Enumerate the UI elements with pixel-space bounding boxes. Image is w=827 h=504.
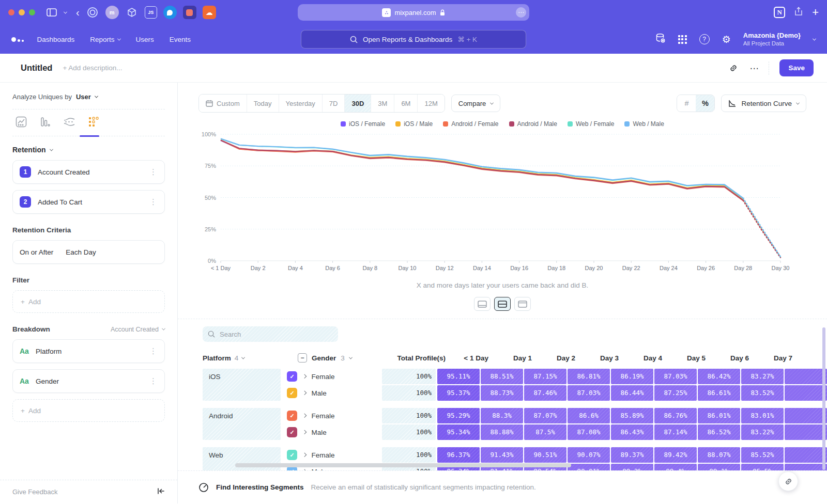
analyze-value-dropdown[interactable]: User <box>76 93 91 101</box>
nav-item-users[interactable]: Users <box>136 36 154 43</box>
retention-section-heading[interactable]: Retention <box>12 146 165 154</box>
settings-gear-icon[interactable]: ⚙ <box>722 35 731 44</box>
share-icon[interactable] <box>794 7 803 18</box>
nav-item-events[interactable]: Events <box>170 36 191 43</box>
share-link-floating-button[interactable] <box>778 471 798 491</box>
row-checkbox[interactable]: ✓ <box>287 388 297 398</box>
date-range-3m[interactable]: 3M <box>371 94 394 112</box>
address-more-icon[interactable]: ⋯ <box>516 7 526 18</box>
close-window-button[interactable] <box>8 9 14 15</box>
global-search-input[interactable]: Open Reports & Dashboards ⌘ + K <box>301 30 526 49</box>
retention-step-2[interactable]: 2 Added To Cart ⋮ <box>12 190 165 214</box>
day-column-header[interactable]: Day 3 <box>581 354 624 362</box>
retention-criteria-card[interactable]: On or After Each Day <box>12 240 165 264</box>
platform-column-header[interactable]: Platform 4 <box>203 354 294 362</box>
breakdown-item-gender[interactable]: Aa Gender ⋮ <box>12 369 165 393</box>
day-column-header[interactable]: Day 5 <box>668 354 711 362</box>
select-all-checkbox[interactable]: − <box>298 353 307 363</box>
chart-caption[interactable]: X and more days later your users came ba… <box>178 281 827 289</box>
sidebar-toggle-icon[interactable] <box>47 8 57 17</box>
browser-extension-icon[interactable] <box>86 6 99 19</box>
gender-column-header[interactable]: − Gender 3 <box>298 353 395 363</box>
mixpanel-logo[interactable] <box>11 37 24 42</box>
chart-type-dropdown[interactable]: Retention Curve <box>721 94 806 112</box>
notion-extension-icon[interactable]: N <box>774 7 785 18</box>
browser-extension-icon[interactable]: m <box>105 6 119 19</box>
date-range-6m[interactable]: 6M <box>394 94 417 112</box>
org-chevron-icon[interactable] <box>813 37 816 40</box>
collapse-sidebar-icon[interactable] <box>157 487 165 496</box>
date-range-7d[interactable]: 7D <box>322 94 345 112</box>
day-column-header[interactable]: Day 4 <box>625 354 667 362</box>
date-range-30d[interactable]: 30D <box>344 94 371 112</box>
vertical-scrollbar[interactable] <box>822 327 825 470</box>
back-icon[interactable]: ‹ <box>76 7 80 19</box>
criteria-mode[interactable]: On or After <box>20 248 53 256</box>
report-title[interactable]: Untitled <box>21 63 52 73</box>
browser-extension-icon[interactable]: ☁ <box>203 6 216 19</box>
tab-insights-icon[interactable] <box>16 116 27 130</box>
row-checkbox[interactable]: ✓ <box>287 427 297 437</box>
day-column-header[interactable]: Day 2 <box>538 354 580 362</box>
new-tab-icon[interactable]: + <box>812 7 819 18</box>
breakdown-item-platform[interactable]: Aa Platform ⋮ <box>12 339 165 363</box>
kebab-menu-icon[interactable]: ⋮ <box>149 197 158 207</box>
expand-chevron-icon[interactable] <box>302 391 307 395</box>
date-range-today[interactable]: Today <box>247 94 279 112</box>
data-management-icon[interactable] <box>655 33 666 45</box>
horizontal-scrollbar[interactable] <box>235 463 571 467</box>
legend-item[interactable]: Android / Female <box>443 120 498 128</box>
row-checkbox[interactable]: ✓ <box>287 411 297 421</box>
save-button[interactable]: Save <box>779 59 814 76</box>
layout-split-button[interactable] <box>494 297 511 311</box>
help-icon[interactable]: ? <box>699 34 710 44</box>
expand-chevron-icon[interactable] <box>302 374 307 379</box>
retention-chart[interactable]: 0%25%50%75%100%< 1 DayDay 2Day 4Day 6Day… <box>198 130 806 276</box>
unit-percent-button[interactable]: % <box>696 95 714 112</box>
kebab-menu-icon[interactable]: ⋮ <box>149 167 158 177</box>
browser-extension-icon[interactable] <box>125 6 139 19</box>
retention-step-1[interactable]: 1 Account Created ⋮ <box>12 160 165 184</box>
chevron-down-icon[interactable] <box>64 11 67 14</box>
breakdown-scope-dropdown[interactable]: Account Created <box>111 326 165 333</box>
date-range-yesterday[interactable]: Yesterday <box>279 94 322 112</box>
legend-item[interactable]: iOS / Male <box>395 120 433 128</box>
day-column-header[interactable]: < 1 Day <box>451 354 494 362</box>
copy-link-icon[interactable] <box>729 64 738 73</box>
add-breakdown-button[interactable]: + Add <box>12 399 165 422</box>
kebab-menu-icon[interactable]: ⋮ <box>149 376 158 386</box>
org-switcher[interactable]: Amazonia {Demo} All Project Data <box>743 32 801 48</box>
find-segments-title[interactable]: Find Interesting Segments <box>216 483 304 491</box>
minimize-window-button[interactable] <box>19 9 25 15</box>
tab-flows-icon[interactable] <box>63 116 75 130</box>
date-range-12m[interactable]: 12M <box>417 94 444 112</box>
row-checkbox[interactable]: ✓ <box>287 371 297 382</box>
date-range-custom[interactable]: Custom <box>199 94 247 112</box>
give-feedback-link[interactable]: Give Feedback <box>12 488 57 496</box>
legend-item[interactable]: Web / Female <box>568 120 614 128</box>
kebab-menu-icon[interactable]: ⋮ <box>149 346 158 356</box>
expand-chevron-icon[interactable] <box>302 430 307 434</box>
legend-item[interactable]: iOS / Female <box>341 120 385 128</box>
address-bar[interactable]: ∴ mixpanel.com ⋯ <box>298 4 529 21</box>
tab-retention-icon[interactable] <box>88 116 99 130</box>
expand-chevron-icon[interactable] <box>302 414 307 418</box>
layout-table-focus-button[interactable] <box>514 297 531 311</box>
tab-funnels-icon[interactable] <box>39 116 51 130</box>
layout-chart-focus-button[interactable] <box>474 297 491 311</box>
day-column-header[interactable]: Day 7 <box>755 354 798 362</box>
browser-extension-icon[interactable] <box>183 6 196 19</box>
nav-item-dashboards[interactable]: Dashboards <box>37 36 75 43</box>
day-column-header[interactable]: Day 6 <box>712 354 754 362</box>
day-column-header[interactable]: Day 1 <box>495 354 537 362</box>
chevron-down-icon[interactable] <box>95 94 98 98</box>
browser-extension-icon[interactable]: JS <box>145 6 157 19</box>
maximize-window-button[interactable] <box>29 9 35 15</box>
report-description-placeholder[interactable]: + Add description... <box>63 64 122 72</box>
criteria-interval[interactable]: Each Day <box>66 248 96 256</box>
more-options-icon[interactable]: ⋯ <box>749 63 758 73</box>
nav-item-reports[interactable]: Reports <box>90 36 120 43</box>
expand-chevron-icon[interactable] <box>302 469 307 470</box>
legend-item[interactable]: Android / Male <box>509 120 557 128</box>
table-search-input[interactable]: Search <box>203 326 338 342</box>
